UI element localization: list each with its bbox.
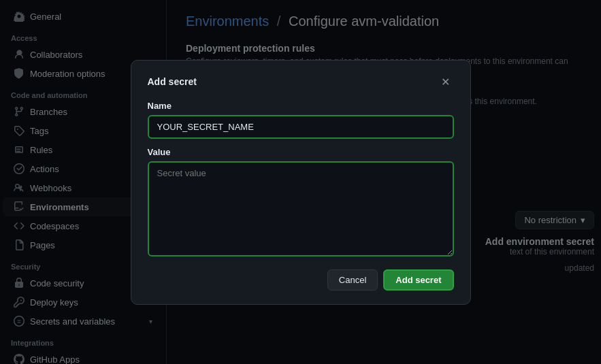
name-field-label: Name <box>148 101 454 111</box>
modal-close-button[interactable]: ✕ <box>437 74 454 90</box>
value-field-label: Value <box>148 147 454 157</box>
value-textarea[interactable] <box>148 161 454 257</box>
modal-title: Add secret <box>148 76 197 87</box>
modal-header: Add secret ✕ <box>148 74 454 90</box>
add-secret-modal: Add secret ✕ Name Value Cancel Add secre… <box>131 60 471 305</box>
name-input[interactable] <box>148 115 454 139</box>
add-secret-button[interactable]: Add secret <box>383 269 453 291</box>
modal-overlay: Add secret ✕ Name Value Cancel Add secre… <box>0 0 601 364</box>
modal-footer: Cancel Add secret <box>148 269 454 291</box>
cancel-button[interactable]: Cancel <box>327 269 378 291</box>
